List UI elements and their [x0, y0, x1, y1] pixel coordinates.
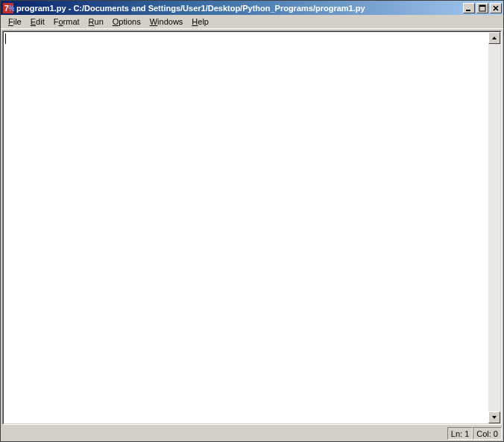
menu-help[interactable]: Help [187, 16, 213, 27]
svg-text:%: % [8, 4, 14, 13]
window-title: program1.py - C:/Documents and Settings/… [16, 4, 462, 13]
client-area [1, 29, 503, 426]
svg-marker-6 [492, 37, 497, 40]
scroll-up-button[interactable] [488, 32, 500, 44]
menu-windows[interactable]: Windows [145, 16, 188, 27]
menu-file[interactable]: File [4, 16, 26, 27]
text-cursor [5, 34, 6, 44]
menu-help-rest: elp [198, 17, 209, 26]
svg-marker-7 [492, 416, 497, 419]
menu-run-rest: un [95, 17, 104, 26]
menu-windows-rest: indows [157, 17, 183, 26]
editor-inner [3, 31, 501, 424]
menu-file-rest: ile [13, 17, 22, 26]
titlebar-buttons [462, 3, 502, 13]
menubar: File Edit Format Run Options Windows Hel… [1, 15, 503, 29]
editor-frame [2, 31, 502, 425]
svg-rect-5 [479, 5, 485, 7]
close-button[interactable] [490, 3, 502, 13]
window-root: 7 % program1.py - C:/Documents and Setti… [0, 0, 504, 442]
menu-options[interactable]: Options [108, 16, 145, 27]
minimize-button[interactable] [463, 3, 475, 13]
menu-format-rest: rmat [63, 17, 80, 26]
code-editor[interactable] [4, 32, 488, 423]
maximize-button[interactable] [476, 3, 488, 13]
menu-format[interactable]: Format [49, 16, 84, 27]
status-line: Ln: 1 [447, 427, 473, 440]
menu-options-rest: ptions [119, 17, 140, 26]
menu-run[interactable]: Run [84, 16, 108, 27]
app-icon: 7 % [2, 2, 14, 14]
menu-edit[interactable]: Edit [26, 16, 49, 27]
status-col: Col: 0 [473, 427, 502, 440]
scroll-track[interactable] [488, 44, 500, 411]
scroll-down-button[interactable] [488, 411, 500, 423]
statusbar: Ln: 1 Col: 0 [1, 426, 503, 441]
vertical-scrollbar[interactable] [488, 32, 500, 423]
titlebar: 7 % program1.py - C:/Documents and Setti… [1, 1, 503, 15]
menu-edit-rest: dit [36, 17, 45, 26]
svg-rect-3 [466, 10, 470, 11]
